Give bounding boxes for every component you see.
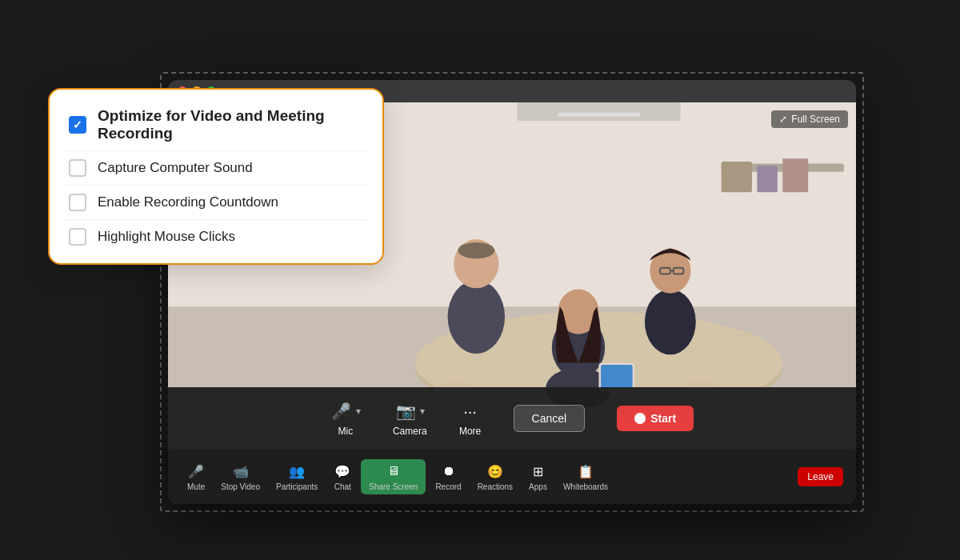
cancel-button[interactable]: Cancel [514, 405, 586, 432]
share-screen-icon: 🖥 [385, 462, 402, 480]
popup-item-capture-sound[interactable]: Capture Computer Sound [69, 151, 363, 185]
apps-icon: ⊞ [530, 462, 547, 480]
popup-card: Optimize for Video and Meeting Recording… [48, 88, 384, 265]
toolbar-item-reactions[interactable]: 😊 Reactions [471, 459, 519, 494]
participants-label: Participants [276, 482, 318, 491]
toolbar-item-mute[interactable]: 🎤 Mute [181, 459, 211, 494]
popup-item-label-optimize: Optimize for Video and Meeting Recording [98, 107, 363, 142]
more-icon: ··· [459, 400, 482, 422]
record-dot-icon [634, 413, 646, 424]
svg-rect-6 [782, 158, 808, 192]
toolbar-right: Leave [798, 467, 843, 486]
popup-item-optimize[interactable]: Optimize for Video and Meeting Recording [69, 106, 363, 150]
video-icon: 📹 [232, 462, 250, 480]
whiteboards-label: Whiteboards [563, 482, 608, 491]
camera-control[interactable]: 📷 ▾ Camera [393, 400, 427, 437]
camera-chevron-icon[interactable]: ▾ [420, 406, 425, 417]
toolbar-item-share-screen[interactable]: 🖥 Share Screen [361, 459, 426, 494]
camera-label: Camera [393, 426, 427, 437]
chat-label: Chat [334, 482, 351, 491]
svg-rect-7 [517, 102, 680, 121]
toolbar-item-participants[interactable]: 👥 Participants [270, 459, 324, 494]
toolbar-item-stop-video[interactable]: 📹 Stop Video [214, 459, 266, 494]
start-label: Start [650, 412, 676, 425]
record-icon: ⏺ [440, 462, 458, 480]
fullscreen-label: Full Screen [791, 114, 840, 125]
whiteboards-icon: 📋 [577, 462, 594, 480]
toolbar-item-record[interactable]: ⏺ Record [429, 459, 467, 494]
popup-item-label-capture-sound: Capture Computer Sound [98, 160, 253, 176]
participants-icon: 👥 [288, 462, 306, 480]
bottom-toolbar: 🎤 Mute 📹 Stop Video 👥 Participants 💬 Cha… [168, 450, 856, 504]
svg-point-13 [458, 242, 494, 258]
more-label: More [459, 426, 481, 437]
svg-rect-8 [558, 113, 639, 117]
outer-wrapper: ⤢ Full Screen 🎤 ▾ Mic 📷 ▾ [96, 48, 864, 512]
checkbox-optimize[interactable] [69, 116, 86, 134]
checkbox-capture-sound[interactable] [69, 159, 86, 177]
leave-button[interactable]: Leave [798, 467, 843, 486]
svg-point-11 [448, 280, 505, 354]
svg-rect-26 [601, 365, 633, 390]
toolbar-item-apps[interactable]: ⊞ Apps [522, 459, 554, 494]
toolbar-items: 🎤 Mute 📹 Stop Video 👥 Participants 💬 Cha… [181, 459, 614, 494]
reactions-icon: 😊 [486, 462, 504, 480]
toolbar-item-whiteboards[interactable]: 📋 Whiteboards [557, 459, 614, 494]
checkbox-highlight-mouse[interactable] [69, 228, 86, 246]
apps-label: Apps [529, 482, 547, 491]
toolbar-item-chat[interactable]: 💬 Chat [327, 459, 358, 494]
mic-label: Mic [338, 426, 354, 437]
chat-icon: 💬 [334, 462, 351, 480]
mute-icon: 🎤 [187, 462, 205, 480]
popup-item-label-countdown: Enable Recording Countdown [98, 194, 278, 210]
mic-icon-row: 🎤 ▾ [330, 400, 361, 422]
record-label: Record [435, 482, 461, 491]
svg-point-14 [645, 290, 696, 355]
fullscreen-icon: ⤢ [779, 114, 787, 125]
start-button[interactable]: Start [617, 406, 694, 431]
share-screen-label: Share Screen [369, 482, 418, 491]
popup-item-countdown[interactable]: Enable Recording Countdown [69, 186, 363, 219]
fullscreen-button[interactable]: ⤢ Full Screen [771, 110, 848, 128]
more-control[interactable]: ··· More [459, 400, 482, 437]
camera-icon-row: 📷 ▾ [394, 400, 425, 422]
share-controls-overlay: 🎤 ▾ Mic 📷 ▾ Camera ··· More [168, 387, 856, 450]
reactions-label: Reactions [478, 482, 513, 491]
svg-rect-4 [722, 162, 752, 192]
mute-label: Mute [187, 482, 205, 491]
stop-video-label: Stop Video [221, 482, 260, 491]
camera-icon: 📷 [394, 400, 417, 422]
svg-rect-5 [757, 166, 778, 192]
mic-chevron-icon[interactable]: ▾ [356, 406, 361, 417]
popup-item-highlight-mouse[interactable]: Highlight Mouse Clicks [69, 220, 363, 247]
mic-control[interactable]: 🎤 ▾ Mic [330, 400, 361, 437]
checkbox-countdown[interactable] [69, 194, 86, 211]
mic-icon: 🎤 [330, 400, 353, 422]
popup-item-label-highlight-mouse: Highlight Mouse Clicks [98, 229, 235, 245]
